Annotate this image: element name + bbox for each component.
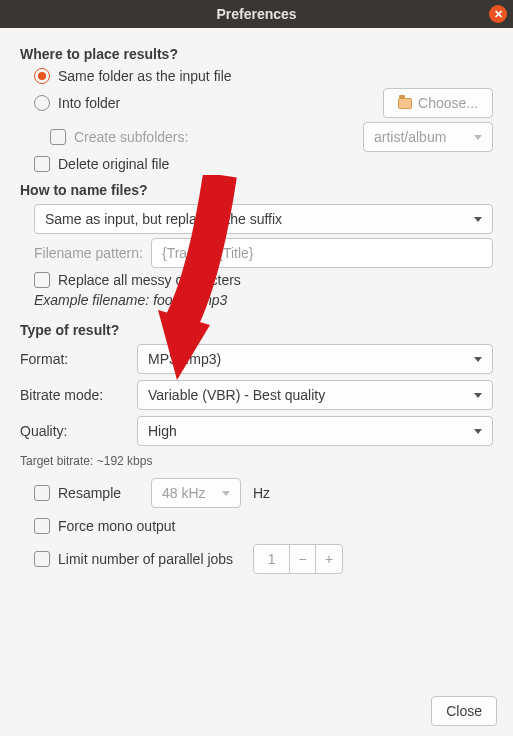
checkbox-icon (34, 272, 50, 288)
radio-into-folder[interactable]: Into folder (34, 95, 120, 111)
titlebar: Preferences ✕ (0, 0, 513, 28)
choose-folder-button[interactable]: Choose... (383, 88, 493, 118)
resample-rate-select[interactable]: 48 kHz (151, 478, 241, 508)
check-limit-jobs[interactable]: Limit number of parallel jobs (34, 551, 233, 567)
checkbox-icon (34, 518, 50, 534)
checkbox-icon (34, 485, 50, 501)
filename-pattern-input[interactable]: {Track} - {Title} (151, 238, 493, 268)
radio-same-folder[interactable]: Same folder as the input file (34, 68, 493, 84)
select-value: Same as input, but replacing the suffix (45, 211, 282, 227)
pattern-label: Filename pattern: (34, 245, 143, 261)
check-label: Force mono output (58, 518, 176, 534)
quality-select[interactable]: High (137, 416, 493, 446)
example-value: foo/bar.mp3 (153, 292, 227, 308)
check-force-mono[interactable]: Force mono output (34, 518, 493, 534)
check-create-subfolders[interactable]: Create subfolders: (50, 129, 188, 145)
radio-icon (34, 68, 50, 84)
chevron-down-icon (474, 429, 482, 434)
chevron-down-icon (474, 217, 482, 222)
radio-label: Into folder (58, 95, 120, 111)
subfolder-pattern-select[interactable]: artist/album (363, 122, 493, 152)
check-resample[interactable]: Resample (34, 485, 139, 501)
jobs-stepper[interactable]: 1 − + (253, 544, 343, 574)
close-icon: ✕ (494, 8, 503, 21)
bitrate-mode-select[interactable]: Variable (VBR) - Best quality (137, 380, 493, 410)
stepper-minus[interactable]: − (290, 545, 316, 573)
select-value: 48 kHz (162, 485, 206, 501)
format-label: Format: (20, 351, 125, 367)
format-select[interactable]: MP3 (.mp3) (137, 344, 493, 374)
check-label: Replace all messy characters (58, 272, 241, 288)
input-value: {Track} - {Title} (162, 245, 254, 261)
chevron-down-icon (222, 491, 230, 496)
button-label: Close (446, 703, 482, 719)
select-value: artist/album (374, 129, 446, 145)
chevron-down-icon (474, 357, 482, 362)
folder-icon (398, 98, 412, 109)
example-label: Example filename: (34, 292, 149, 308)
check-label: Resample (58, 485, 121, 501)
stepper-value: 1 (254, 545, 290, 573)
checkbox-icon (50, 129, 66, 145)
quality-label: Quality: (20, 423, 125, 439)
stepper-plus[interactable]: + (316, 545, 342, 573)
checkbox-icon (34, 551, 50, 567)
section-name-title: How to name files? (20, 182, 493, 198)
section-type-title: Type of result? (20, 322, 493, 338)
check-replace-messy[interactable]: Replace all messy characters (34, 272, 493, 288)
chevron-down-icon (474, 135, 482, 140)
check-delete-original[interactable]: Delete original file (34, 156, 493, 172)
check-label: Create subfolders: (74, 129, 188, 145)
close-button[interactable]: Close (431, 696, 497, 726)
naming-mode-select[interactable]: Same as input, but replacing the suffix (34, 204, 493, 234)
bitrate-mode-label: Bitrate mode: (20, 387, 125, 403)
check-label: Limit number of parallel jobs (58, 551, 233, 567)
radio-icon (34, 95, 50, 111)
button-label: Choose... (418, 95, 478, 111)
select-value: Variable (VBR) - Best quality (148, 387, 325, 403)
example-filename: Example filename: foo/bar.mp3 (34, 292, 493, 308)
window-close-button[interactable]: ✕ (489, 5, 507, 23)
select-value: High (148, 423, 177, 439)
check-label: Delete original file (58, 156, 169, 172)
section-place-title: Where to place results? (20, 46, 493, 62)
target-bitrate: Target bitrate: ~192 kbps (20, 454, 493, 468)
checkbox-icon (34, 156, 50, 172)
chevron-down-icon (474, 393, 482, 398)
radio-label: Same folder as the input file (58, 68, 232, 84)
select-value: MP3 (.mp3) (148, 351, 221, 367)
window-title: Preferences (216, 6, 296, 22)
hz-label: Hz (253, 485, 270, 501)
